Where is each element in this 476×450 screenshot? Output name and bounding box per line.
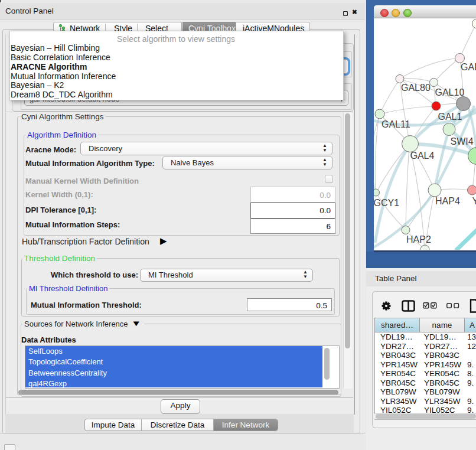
svg-text:GAL80: GAL80: [401, 83, 431, 93]
svg-text:GCY1: GCY1: [374, 198, 399, 208]
svg-text:GAL10: GAL10: [435, 87, 465, 97]
svg-text:GAL7: GAL7: [461, 62, 476, 72]
svg-text:HAP4: HAP4: [435, 196, 460, 206]
svg-text:HAP2: HAP2: [406, 234, 431, 244]
svg-text:GAL4: GAL4: [410, 151, 435, 161]
svg-text:GAL11: GAL11: [382, 119, 410, 129]
svg-text:SWI4: SWI4: [451, 136, 474, 146]
svg-text:YJL: YJL: [472, 196, 476, 206]
svg-text:GAL1: GAL1: [438, 112, 462, 122]
